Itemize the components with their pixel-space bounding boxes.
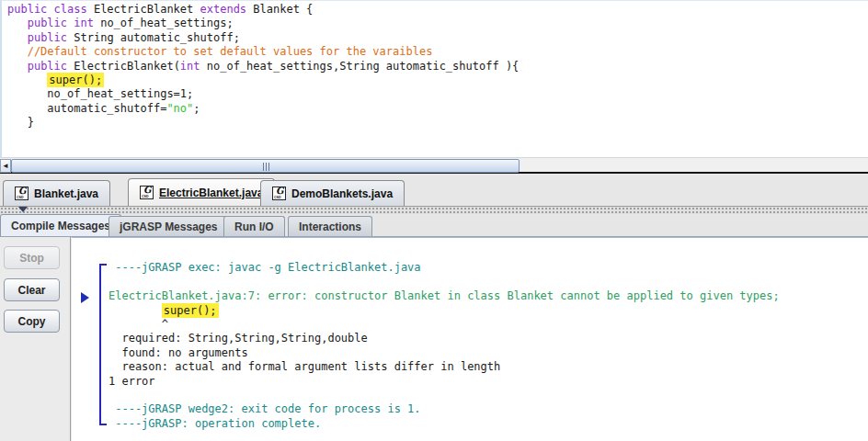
jgrasp-window: public class ElectricBlanket extends Bla…: [0, 0, 868, 441]
clear-button[interactable]: Clear: [4, 278, 60, 301]
message-output-area[interactable]: ----jGRASP exec: javac -g ElectricBlanke…: [72, 237, 868, 441]
message-button-panel: Stop Clear Copy: [0, 237, 71, 441]
compile-messages-pane: Stop Clear Copy ----jGRASP exec: javac -…: [0, 237, 868, 441]
output-bracket: [99, 264, 107, 425]
code-editor[interactable]: public class ElectricBlanket extends Bla…: [0, 0, 868, 157]
stop-button[interactable]: Stop: [4, 246, 60, 269]
csd-file-icon: G CSD: [140, 186, 154, 199]
tab-blanket-java[interactable]: G CSD Blanket.java: [3, 180, 110, 206]
tab-interactions[interactable]: Interactions: [288, 216, 372, 236]
tab-demoblankets-java[interactable]: G CSD DemoBlankets.java: [260, 180, 405, 206]
error-marker-icon[interactable]: [81, 292, 89, 303]
file-tab-bar: G CSD Blanket.java G CSD ElectricBlanket…: [0, 175, 868, 207]
scrollbar-grip-icon: [263, 163, 269, 171]
collapse-triangle-icon[interactable]: [18, 207, 28, 212]
tab-label: Blanket.java: [34, 187, 98, 200]
message-tab-bar: Compile Messages jGRASP Messages Run I/O…: [0, 214, 868, 237]
compiler-output-text: ----jGRASP exec: javac -g ElectricBlanke…: [108, 247, 868, 431]
tab-compile-messages[interactable]: Compile Messages: [0, 214, 121, 236]
copy-button[interactable]: Copy: [4, 310, 60, 333]
tab-label: DemoBlankets.java: [291, 187, 393, 200]
csd-file-icon: G CSD: [15, 187, 29, 200]
scrollbar-thumb[interactable]: [11, 159, 520, 173]
tab-electricblanket-java[interactable]: G CSD ElectricBlanket.java: [128, 178, 275, 206]
csd-file-icon: G CSD: [272, 187, 286, 200]
pane-splitter[interactable]: [0, 207, 868, 214]
tab-label: ElectricBlanket.java: [159, 187, 263, 199]
scroll-left-arrow-icon[interactable]: ◄: [0, 159, 11, 173]
tab-run-io[interactable]: Run I/O: [223, 216, 285, 236]
code-text: public class ElectricBlanket extends Bla…: [7, 3, 868, 130]
horizontal-scrollbar[interactable]: ◄: [0, 157, 868, 174]
tab-jgrasp-messages[interactable]: jGRASP Messages: [108, 216, 229, 236]
